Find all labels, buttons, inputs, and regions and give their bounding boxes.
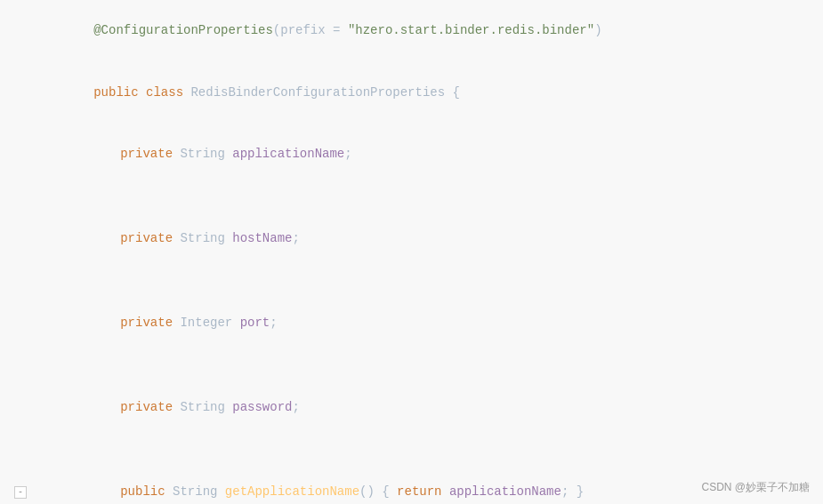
gutter-method-getAppName: - <box>7 486 34 499</box>
line-field4: private String password; <box>0 377 823 438</box>
line-field2: private String hostName; <box>0 208 823 269</box>
content-blank4 <box>34 440 823 460</box>
line-method-getAppName: - public String getApplicationName() { r… <box>0 461 823 504</box>
content-field4: private String password; <box>34 378 823 437</box>
content-field3: private Integer port; <box>34 293 823 353</box>
collapse-getAppName-icon[interactable]: - <box>14 486 27 499</box>
content-annotation: @ConfigurationProperties(prefix = "hzero… <box>34 1 823 60</box>
code-container: @ConfigurationProperties(prefix = "hzero… <box>0 0 823 504</box>
content-blank3 <box>34 356 823 375</box>
line-blank1 <box>0 185 823 208</box>
content-blank2 <box>34 270 823 290</box>
watermark: CSDN @妙栗子不加糖 <box>701 480 810 495</box>
content-class-decl: public class RedisBinderConfigurationPro… <box>34 62 823 122</box>
line-blank2 <box>0 269 823 292</box>
content-blank1 <box>34 186 823 205</box>
content-field1: private String applicationName; <box>34 124 823 183</box>
line-field3: private Integer port; <box>0 292 823 354</box>
code-area: @ConfigurationProperties(prefix = "hzero… <box>0 0 823 504</box>
line-field1: private String applicationName; <box>0 123 823 184</box>
line-annotation: @ConfigurationProperties(prefix = "hzero… <box>0 0 823 61</box>
line-class-decl: public class RedisBinderConfigurationPro… <box>0 61 823 123</box>
line-blank3 <box>0 354 823 377</box>
content-field2: private String hostName; <box>34 209 823 268</box>
line-blank4 <box>0 438 823 461</box>
